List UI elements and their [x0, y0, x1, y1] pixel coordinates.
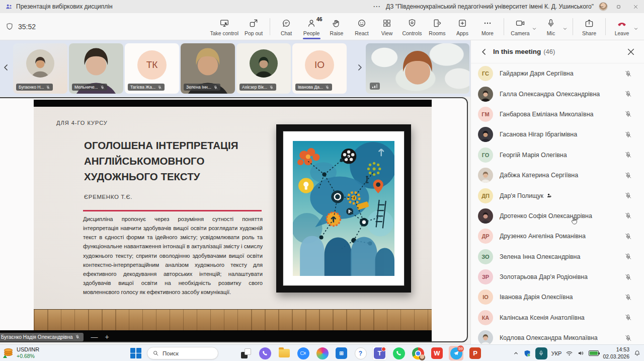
- network-signal-icon: [370, 83, 380, 90]
- participant-row[interactable]: КА Калінська Ксенія Анатоліївна: [471, 308, 644, 328]
- participant-row[interactable]: Кодлова Олександра Миколаївна: [471, 328, 644, 344]
- participant-row[interactable]: Дротенко Софія Олександрівна: [471, 206, 644, 226]
- participant-row[interactable]: Гасанова Нігар Ібрагімівна: [471, 124, 644, 145]
- mic-muted-icon: [624, 273, 632, 281]
- strip-scroll-right-icon[interactable]: [355, 62, 365, 73]
- taskbar-app-store[interactable]: ⊞: [334, 346, 349, 360]
- participant-initials-avatar: ГО: [478, 148, 493, 163]
- video-tile[interactable]: Зелена Інн...: [181, 43, 235, 94]
- close-window-button[interactable]: [627, 0, 644, 13]
- mic-muted-icon: [624, 192, 632, 199]
- taskbar-app-teams[interactable]: T: [372, 346, 387, 360]
- participant-row[interactable]: ГО Георгій Марія Олегівна: [471, 145, 644, 165]
- participant-row[interactable]: ГМ Ганбарова Еміліана Миколаївна: [471, 104, 644, 124]
- toolbar-button-people[interactable]: 46 People: [299, 13, 324, 40]
- participant-row[interactable]: Дабіжа Катерина Сергіївна: [471, 165, 644, 185]
- toolbar-button-apps[interactable]: Apps: [450, 13, 475, 40]
- panel-close-icon[interactable]: [626, 47, 636, 57]
- video-tile[interactable]: Мельниче...: [69, 43, 123, 94]
- windows-taskbar: USD/INR +0.68% Поиск: [0, 344, 644, 361]
- taskbar-app-viber[interactable]: [258, 346, 272, 360]
- participant-row[interactable]: ДП Дар'я Полищук: [471, 185, 644, 205]
- toolbar-button-controls[interactable]: Controls: [399, 13, 425, 40]
- participant-row[interactable]: ЗР Золотарьова Дар'я Родіонівна: [471, 267, 644, 287]
- participant-row[interactable]: ЗО Зелена Інна Олександрівна: [471, 247, 644, 267]
- participant-initials-avatar: ГМ: [478, 107, 493, 122]
- video-tile[interactable]: Ахієзер Вік...: [236, 43, 291, 94]
- mic-muted-icon: [100, 85, 105, 90]
- presenter-name-label: Бугаєнко Надія Олександрівна: [0, 333, 84, 341]
- shared-screen-viewport[interactable]: ДЛЯ 4-ГО КУРСУ ОГОЛОШЕНА ІНТЕРПРЕТАЦІЯ А…: [0, 97, 468, 342]
- tile-name-label: Тагієва Жа...: [128, 84, 165, 91]
- taskbar-app-whatsapp[interactable]: [391, 346, 406, 360]
- taskbar-app-explorer[interactable]: [277, 346, 291, 360]
- toolbar-button-rooms[interactable]: Rooms: [425, 13, 450, 40]
- stock-widget-icon: [3, 348, 14, 358]
- hidden-icons-chevron[interactable]: [513, 350, 519, 356]
- mic-muted-icon: [213, 85, 218, 90]
- participant-row[interactable]: Галла Олександра Олександрівна: [471, 84, 644, 104]
- panel-back-icon[interactable]: [479, 47, 489, 57]
- toolbar-divider: [270, 18, 270, 35]
- slide-title: ОГОЛОШЕНА ІНТЕРПРЕТАЦІЯ АНГЛІЙСЬКОМОВНОГ…: [84, 138, 245, 184]
- taskbar-app-chrome[interactable]: [411, 346, 425, 360]
- taskbar-app-telegram[interactable]: 59: [449, 346, 463, 360]
- restore-button[interactable]: [610, 0, 627, 13]
- mic-muted-icon: [624, 212, 632, 220]
- zoom-out-button[interactable]: —: [91, 333, 98, 340]
- participant-row[interactable]: ІО Іванова Дарія Олексіївна: [471, 287, 644, 307]
- toolbar-button-camera[interactable]: Camera: [508, 13, 533, 40]
- notifications-bell-icon[interactable]: [633, 349, 641, 357]
- active-speaker-video[interactable]: [366, 43, 469, 94]
- participant-row[interactable]: ДР Друзенко Ангеліна Романівна: [471, 226, 644, 246]
- minimize-button[interactable]: [593, 0, 610, 13]
- taskbar-app-wps[interactable]: W: [430, 346, 444, 360]
- toolbar-button-pop-out[interactable]: Pop out: [241, 13, 266, 40]
- participants-panel: In this meeting (46) ГС Гайдаржи Даря Се…: [470, 40, 644, 344]
- titlebar-more-icon[interactable]: ···: [373, 3, 381, 10]
- video-tile[interactable]: ТК Тагієва Жа...: [125, 43, 179, 94]
- toolbar-button-react[interactable]: React: [349, 13, 374, 40]
- toolbar-button-view[interactable]: View: [374, 13, 399, 40]
- teams-meeting-window: Презентація вибіркових дисциплін ··· ДЗ …: [0, 0, 644, 361]
- tray-mic-button[interactable]: [535, 347, 547, 359]
- toolbar-button-raise[interactable]: Raise: [324, 13, 349, 40]
- taskbar-app-zoom[interactable]: [296, 346, 310, 360]
- battery-icon[interactable]: [589, 350, 599, 356]
- language-indicator[interactable]: УКР: [551, 350, 562, 356]
- speaker-icon[interactable]: [577, 349, 585, 357]
- mic-muted-icon: [157, 85, 162, 90]
- taskbar-search[interactable]: Поиск: [147, 347, 218, 359]
- taskbar-app-help[interactable]: ?: [353, 346, 368, 360]
- taskbar-app-task-view[interactable]: [238, 346, 253, 360]
- toolbar-button-share[interactable]: Share: [577, 13, 602, 40]
- participant-photo-avatar: [478, 87, 493, 102]
- person-silhouette: [478, 127, 493, 142]
- participant-photo-avatar: [478, 127, 493, 142]
- participant-initials-avatar: ГС: [478, 66, 493, 81]
- zoom-in-button[interactable]: +: [105, 333, 109, 340]
- taskbar-widget[interactable]: USD/INR +0.68%: [3, 346, 39, 359]
- toolbar-button-more[interactable]: More: [475, 13, 500, 40]
- participant-list: ГС Гайдаржи Даря Сергіївна Галла Олексан…: [471, 63, 644, 344]
- toolbar-button-mic[interactable]: Mic: [538, 13, 564, 40]
- taskbar-clock[interactable]: 14:53 02.03.2026: [603, 346, 629, 360]
- participant-row[interactable]: ГС Гайдаржи Даря Сергіївна: [471, 63, 644, 84]
- tile-name-label: Мельниче...: [72, 84, 107, 91]
- toolbar-button-leave[interactable]: Leave: [609, 13, 634, 40]
- toolbar-button-take-control[interactable]: Take control: [207, 13, 241, 40]
- video-tile[interactable]: Бугаєнко Н...: [13, 43, 67, 94]
- wifi-icon[interactable]: [566, 349, 573, 357]
- defender-icon[interactable]: [523, 349, 531, 357]
- mic-muted-icon: [46, 85, 50, 90]
- taskbar-app-copilot[interactable]: [315, 346, 330, 360]
- tile-name-label: Бугаєнко Н...: [16, 84, 53, 91]
- toolbar-button-chat[interactable]: Chat: [274, 13, 299, 40]
- mic-muted-icon: [75, 334, 80, 339]
- start-button[interactable]: [130, 347, 142, 359]
- taskbar-app-powerpoint[interactable]: P: [468, 346, 482, 360]
- strip-scroll-left-icon[interactable]: [1, 62, 11, 73]
- slide-wooden-floor: [34, 309, 432, 330]
- video-tile[interactable]: ІО Іванова Да...: [292, 43, 347, 94]
- person-silhouette: [250, 49, 278, 78]
